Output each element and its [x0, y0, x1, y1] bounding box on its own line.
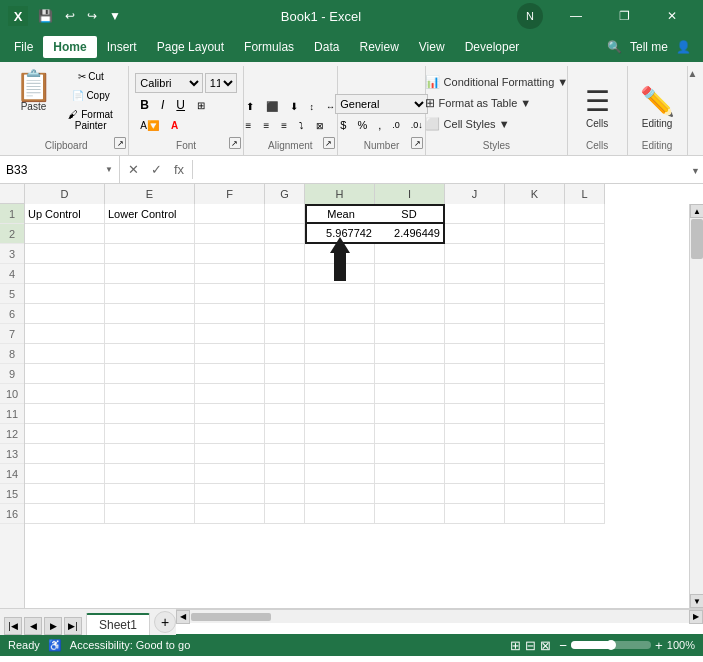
font-size-select[interactable]: 11	[205, 73, 237, 93]
menu-developer[interactable]: Developer	[455, 36, 530, 58]
conditional-formatting-button[interactable]: 📊 Conditional Formatting ▼	[418, 72, 576, 92]
row-16[interactable]: 16	[0, 504, 24, 524]
cell-L1[interactable]	[565, 204, 605, 224]
row-2[interactable]: 2	[0, 224, 24, 244]
row-1[interactable]: 1	[0, 204, 24, 224]
sheet-nav-prev[interactable]: ◀	[24, 617, 42, 635]
tell-me-label[interactable]: Tell me	[630, 40, 668, 54]
restore-btn[interactable]: ❐	[601, 0, 647, 32]
row-6[interactable]: 6	[0, 304, 24, 324]
scroll-down-button[interactable]: ▼	[690, 594, 703, 608]
align-right-button[interactable]: ≡	[276, 117, 292, 134]
align-bottom-button[interactable]: ⬇	[285, 98, 303, 115]
col-header-E[interactable]: E	[105, 184, 195, 204]
cell-F2[interactable]	[195, 224, 265, 244]
row-11[interactable]: 11	[0, 404, 24, 424]
ribbon-collapse-btn[interactable]: ▲	[688, 66, 699, 155]
col-header-J[interactable]: J	[445, 184, 505, 204]
hscroll-track[interactable]	[190, 612, 689, 622]
hscroll-right-button[interactable]: ▶	[689, 610, 703, 624]
close-btn[interactable]: ✕	[649, 0, 695, 32]
format-as-table-button[interactable]: ⊞ Format as Table ▼	[418, 93, 576, 113]
cell-E2[interactable]	[105, 224, 195, 244]
add-sheet-button[interactable]: +	[154, 611, 176, 633]
redo-btn[interactable]: ↪	[83, 7, 101, 25]
name-box-dropdown[interactable]: ▼	[105, 165, 113, 174]
cancel-formula-button[interactable]: ✕	[124, 160, 143, 179]
cell-G1[interactable]	[265, 204, 305, 224]
cell-I2[interactable]: 2.496449	[375, 224, 445, 244]
editing-button[interactable]: ✏️ Editing	[633, 76, 682, 134]
italic-button[interactable]: I	[156, 95, 169, 115]
currency-button[interactable]: $	[335, 116, 351, 134]
menu-data[interactable]: Data	[304, 36, 349, 58]
zoom-slider[interactable]	[571, 641, 651, 649]
customize-btn[interactable]: ▼	[105, 7, 125, 25]
menu-file[interactable]: File	[4, 36, 43, 58]
cell-G2[interactable]	[265, 224, 305, 244]
format-painter-button[interactable]: 🖌 Format Painter	[59, 106, 122, 134]
cell-F1[interactable]	[195, 204, 265, 224]
number-format-select[interactable]: General	[335, 94, 428, 114]
row-12[interactable]: 12	[0, 424, 24, 444]
row-8[interactable]: 8	[0, 344, 24, 364]
bold-button[interactable]: B	[135, 95, 154, 115]
menu-formulas[interactable]: Formulas	[234, 36, 304, 58]
increase-decimal-button[interactable]: .0	[387, 116, 405, 134]
cells-button[interactable]: ☰ Cells	[577, 76, 617, 134]
comma-button[interactable]: ,	[373, 116, 386, 134]
cell-H1[interactable]: Mean	[305, 204, 375, 224]
sheet-tab-sheet1[interactable]: Sheet1	[86, 613, 150, 635]
row-4[interactable]: 4	[0, 264, 24, 284]
number-expand-button[interactable]: ↗	[411, 137, 423, 149]
sheet-nav-next[interactable]: ▶	[44, 617, 62, 635]
scroll-thumb[interactable]	[691, 219, 703, 259]
col-header-K[interactable]: K	[505, 184, 565, 204]
col-header-F[interactable]: F	[195, 184, 265, 204]
name-box[interactable]: B33 ▼	[0, 156, 120, 183]
undo-btn[interactable]: ↩	[61, 7, 79, 25]
col-header-L[interactable]: L	[565, 184, 605, 204]
cell-D1[interactable]: Up Control	[25, 204, 105, 224]
zoom-in-button[interactable]: +	[655, 638, 663, 653]
row-10[interactable]: 10	[0, 384, 24, 404]
font-color-button[interactable]: A	[166, 117, 183, 134]
cell-D2[interactable]	[25, 224, 105, 244]
minimize-btn[interactable]: —	[553, 0, 599, 32]
zoom-out-button[interactable]: −	[559, 638, 567, 653]
save-btn[interactable]: 💾	[34, 7, 57, 25]
menu-page-layout[interactable]: Page Layout	[147, 36, 234, 58]
text-direction-button[interactable]: ↕	[305, 98, 320, 115]
row-9[interactable]: 9	[0, 364, 24, 384]
alignment-expand-button[interactable]: ↗	[323, 137, 335, 149]
sheet-nav-first[interactable]: |◀	[4, 617, 22, 635]
row-3[interactable]: 3	[0, 244, 24, 264]
cell-I1[interactable]: SD	[375, 204, 445, 224]
insert-function-button[interactable]: fx	[170, 160, 188, 179]
search-icon[interactable]: 🔍	[607, 40, 622, 54]
cell-styles-button[interactable]: ⬜ Cell Styles ▼	[418, 114, 576, 134]
sheet-nav-last[interactable]: ▶|	[64, 617, 82, 635]
cut-button[interactable]: ✂ Cut	[59, 68, 122, 85]
col-header-H[interactable]: H	[305, 184, 375, 204]
col-header-D[interactable]: D	[25, 184, 105, 204]
percent-button[interactable]: %	[352, 116, 372, 134]
align-center-button[interactable]: ≡	[258, 117, 274, 134]
share-icon[interactable]: 👤	[676, 40, 691, 54]
row-15[interactable]: 15	[0, 484, 24, 504]
scroll-up-button[interactable]: ▲	[690, 204, 703, 218]
align-left-button[interactable]: ≡	[241, 117, 257, 134]
menu-home[interactable]: Home	[43, 36, 96, 58]
cell-E1[interactable]: Lower Control	[105, 204, 195, 224]
wrap-text-button[interactable]: ⤵	[294, 117, 309, 134]
align-top-button[interactable]: ⬆	[241, 98, 259, 115]
page-break-view-button[interactable]: ⊠	[540, 638, 551, 653]
font-family-select[interactable]: Calibri	[135, 73, 202, 93]
normal-view-button[interactable]: ⊞	[510, 638, 521, 653]
zoom-slider-thumb[interactable]	[606, 640, 616, 650]
cell-D3[interactable]	[25, 244, 105, 264]
row-7[interactable]: 7	[0, 324, 24, 344]
hscroll-left-button[interactable]: ◀	[176, 610, 190, 624]
row-14[interactable]: 14	[0, 464, 24, 484]
cell-K1[interactable]	[505, 204, 565, 224]
